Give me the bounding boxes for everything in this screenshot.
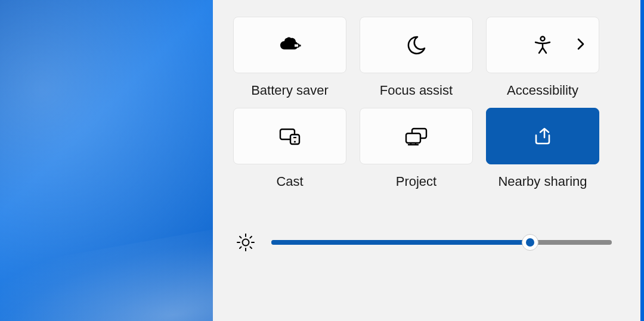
focus-assist-tile[interactable] (360, 17, 473, 73)
project-label: Project (396, 174, 436, 189)
svg-rect-9 (406, 133, 420, 143)
battery-saver-tile[interactable] (233, 17, 346, 73)
accessibility-label: Accessibility (507, 83, 578, 98)
nearby-sharing-tile[interactable] (486, 108, 599, 164)
brightness-icon (236, 232, 256, 253)
quick-settings-panel: Battery saver Focus assist (213, 0, 644, 321)
svg-rect-2 (295, 44, 298, 46)
battery-saver-label: Battery saver (251, 83, 329, 98)
svg-line-21 (240, 247, 242, 249)
svg-line-20 (250, 236, 252, 238)
cast-label: Cast (276, 174, 303, 189)
svg-line-18 (240, 236, 242, 238)
moon-icon (406, 35, 426, 55)
brightness-slider[interactable] (271, 240, 612, 245)
brightness-slider-thumb[interactable] (522, 234, 538, 251)
brightness-slider-row (233, 232, 624, 253)
share-icon (532, 127, 553, 146)
accessibility-icon (532, 35, 553, 55)
svg-point-3 (541, 36, 545, 40)
svg-point-6 (294, 141, 296, 142)
cast-icon (277, 126, 302, 147)
nearby-sharing-label: Nearby sharing (498, 174, 587, 189)
project-icon (404, 126, 429, 147)
focus-assist-label: Focus assist (380, 83, 453, 98)
battery-saver-icon (278, 36, 302, 55)
desktop-background (0, 0, 213, 321)
svg-line-19 (250, 247, 252, 249)
project-tile[interactable] (360, 108, 473, 164)
accessibility-tile[interactable] (486, 17, 599, 73)
cast-tile[interactable] (233, 108, 346, 164)
svg-rect-5 (290, 135, 299, 144)
svg-rect-1 (299, 45, 301, 46)
svg-point-13 (243, 239, 249, 246)
quick-settings-tiles: Battery saver Focus assist (233, 17, 624, 189)
chevron-right-icon (576, 37, 586, 54)
